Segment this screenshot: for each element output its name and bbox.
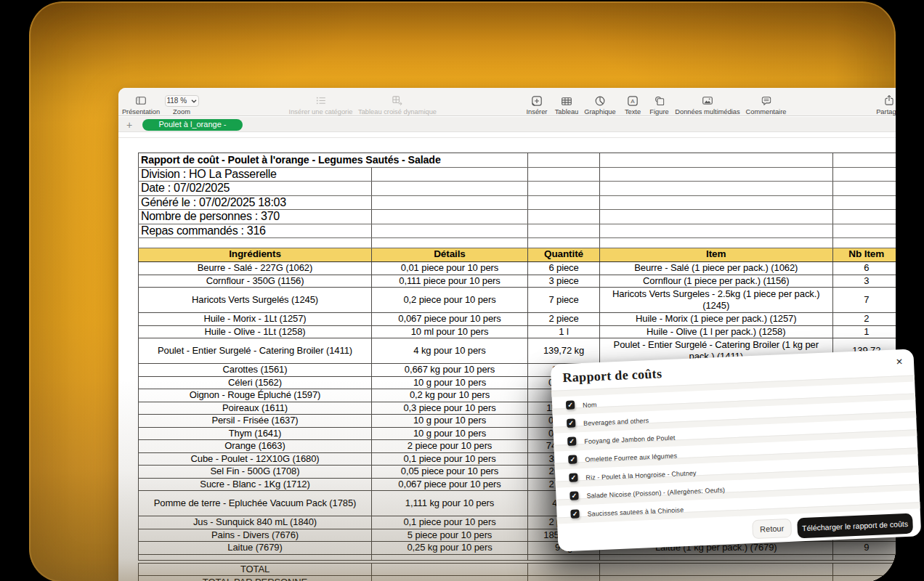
svg-text:A: A [631, 98, 635, 105]
